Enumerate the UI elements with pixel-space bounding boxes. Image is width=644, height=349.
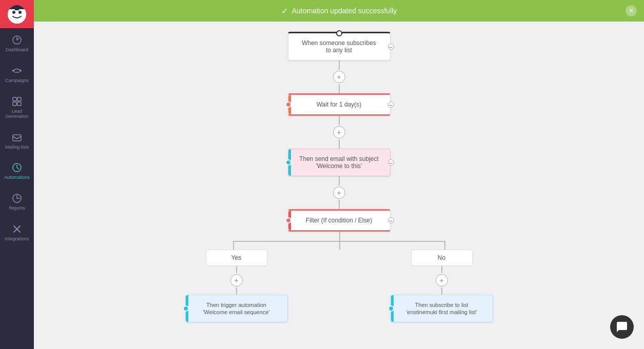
svg-rect-11 xyxy=(17,102,21,106)
sidebar-item-automations[interactable]: Automations xyxy=(0,156,34,187)
wait-node-wrapper: Wait for 1 day(s) – xyxy=(288,93,391,116)
trigger-node-text: When someone subscribes to any list xyxy=(302,39,376,54)
yes-line-2 xyxy=(236,288,237,295)
no-label-node: No xyxy=(411,250,473,266)
automation-canvas[interactable]: When someone subscribes to any list – + … xyxy=(34,22,644,349)
sidebar-item-reports[interactable]: Reports xyxy=(0,187,34,217)
logo[interactable] xyxy=(0,0,34,28)
flow-container: When someone subscribes to any list – + … xyxy=(34,32,644,322)
chat-widget[interactable] xyxy=(610,315,634,339)
add-button-3[interactable]: + xyxy=(333,187,345,199)
svg-point-6 xyxy=(12,70,14,72)
email-left-connector xyxy=(285,159,291,166)
svg-rect-8 xyxy=(13,97,16,101)
banner-message: ✓ Automation updated successfully xyxy=(281,6,397,16)
sidebar-item-mailing-lists-label: Mailing lists xyxy=(5,145,29,150)
svg-point-2 xyxy=(18,11,22,14)
trigger-right-connector[interactable]: – xyxy=(388,44,394,50)
no-line-2 xyxy=(441,288,442,295)
automations-icon xyxy=(11,162,23,173)
yes-branch: Yes + Then trigger automation 'Welcome e… xyxy=(185,250,288,322)
trigger-node-wrapper: When someone subscribes to any list – xyxy=(288,32,391,60)
wait-node-text: Wait for 1 day(s) xyxy=(317,101,362,108)
sidebar-item-dashboard-label: Dashboard xyxy=(6,48,28,53)
no-action-node[interactable]: Then subscribe to list 'enstinemuki firs… xyxy=(391,295,493,322)
sidebar-item-campaigns-label: Campaigns xyxy=(5,78,29,84)
trigger-top-connector xyxy=(336,30,342,36)
yes-line-1 xyxy=(236,266,237,273)
no-branch: No + Then subscribe to list 'enstinemuki… xyxy=(391,250,493,322)
yes-add-button[interactable]: + xyxy=(230,274,243,286)
sidebar-item-automations-label: Automations xyxy=(4,175,30,180)
no-line-1 xyxy=(441,266,442,273)
sidebar-item-reports-label: Reports xyxy=(9,206,25,211)
main-content: ✓ Automation updated successfully ✕ When… xyxy=(34,0,644,349)
dashboard-icon xyxy=(11,34,23,46)
filter-node-wrapper: Filter (If condition / Else) – xyxy=(288,209,391,232)
svg-rect-4 xyxy=(15,5,19,10)
sidebar-item-mailing-lists[interactable]: Mailing lists xyxy=(0,126,34,156)
no-add-button[interactable]: + xyxy=(436,274,448,286)
branches-row: Yes + Then trigger automation 'Welcome e… xyxy=(185,250,493,322)
trigger-node[interactable]: When someone subscribes to any list – xyxy=(288,32,391,60)
sidebar: Dashboard Campaigns Lead Generation xyxy=(0,0,34,349)
connector-3: + xyxy=(333,176,345,209)
svg-point-1 xyxy=(12,11,15,14)
connector-2: + xyxy=(333,116,345,149)
campaigns-icon xyxy=(11,65,23,76)
sidebar-item-lead-generation[interactable]: Lead Generation xyxy=(0,90,34,126)
svg-rect-9 xyxy=(17,97,21,101)
success-banner: ✓ Automation updated successfully ✕ xyxy=(34,0,644,22)
no-action-text: Then subscribe to list 'enstinemuki firs… xyxy=(406,302,477,315)
yes-action-text: Then trigger automation 'Welcome email s… xyxy=(203,302,270,315)
sidebar-item-integrations-label: Integrations xyxy=(5,237,29,242)
mailing-lists-icon xyxy=(11,132,23,143)
logo-face xyxy=(8,5,26,24)
connector-1: + xyxy=(333,60,345,93)
reports-icon xyxy=(11,193,23,204)
check-icon: ✓ xyxy=(281,6,288,16)
integrations-icon xyxy=(11,223,23,235)
add-button-2[interactable]: + xyxy=(333,126,345,138)
email-node-text: Then send email with subject 'Welcome to… xyxy=(299,155,379,170)
wait-left-connector xyxy=(285,101,291,108)
yes-action-node[interactable]: Then trigger automation 'Welcome email s… xyxy=(185,295,288,322)
email-node-wrapper: Then send email with subject 'Welcome to… xyxy=(288,149,391,176)
branch-connector-area xyxy=(206,232,473,250)
yes-node-connector xyxy=(183,305,189,312)
filter-left-connector xyxy=(285,217,291,223)
sidebar-item-lead-generation-label: Lead Generation xyxy=(2,109,32,119)
banner-text-label: Automation updated successfully xyxy=(292,7,397,15)
banner-close-button[interactable]: ✕ xyxy=(626,5,637,16)
filter-node-text: Filter (If condition / Else) xyxy=(306,217,372,224)
branch-horizontal-line xyxy=(233,241,445,242)
wait-node[interactable]: Wait for 1 day(s) – xyxy=(288,93,391,116)
sidebar-item-dashboard[interactable]: Dashboard xyxy=(0,28,34,59)
filter-right-connector[interactable]: – xyxy=(388,217,394,223)
sidebar-item-campaigns[interactable]: Campaigns xyxy=(0,59,34,90)
no-node-connector xyxy=(388,305,394,312)
email-node[interactable]: Then send email with subject 'Welcome to… xyxy=(288,149,391,176)
email-right-connector[interactable]: – xyxy=(388,159,394,166)
svg-point-7 xyxy=(19,70,22,72)
yes-label-node: Yes xyxy=(206,250,267,266)
lead-generation-icon xyxy=(11,96,23,107)
wait-right-connector[interactable]: – xyxy=(388,101,394,108)
svg-rect-10 xyxy=(13,102,16,106)
filter-node[interactable]: Filter (If condition / Else) – xyxy=(288,209,391,232)
add-button-1[interactable]: + xyxy=(333,71,345,83)
branch-left-vertical xyxy=(233,241,234,250)
svg-rect-12 xyxy=(13,135,21,141)
branch-right-vertical xyxy=(444,241,445,250)
sidebar-item-integrations[interactable]: Integrations xyxy=(0,217,34,248)
